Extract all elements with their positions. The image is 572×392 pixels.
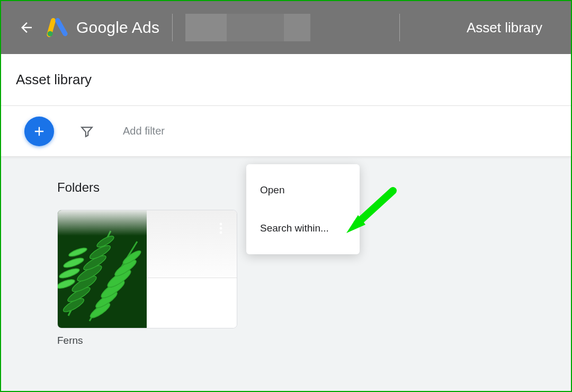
account-redacted [185, 14, 310, 41]
filter-input-placeholder[interactable]: Add filter [123, 125, 165, 137]
ads-logo-icon [47, 17, 68, 38]
arrow-left-icon [19, 20, 34, 35]
app-header: Google Ads Asset library [1, 1, 571, 54]
add-button[interactable] [24, 117, 54, 146]
product-name: Google Ads [76, 19, 159, 37]
product-name-light: Ads [128, 19, 159, 36]
folder-thumbnail [58, 210, 147, 328]
divider [172, 14, 173, 41]
product-name-bold: Google [76, 19, 128, 36]
tool-title: Asset library [467, 20, 555, 36]
menu-item-search-within[interactable]: Search within... [246, 216, 360, 240]
google-ads-logo [47, 17, 68, 38]
context-menu: Open Search within... [246, 164, 360, 254]
toolbar: Add filter [1, 106, 571, 157]
folder-card[interactable] [57, 210, 237, 328]
filter-icon [80, 124, 94, 138]
more-vert-icon [219, 222, 222, 234]
plus-icon [32, 124, 47, 139]
folder-name: Ferns [57, 335, 515, 346]
page-title: Asset library [16, 72, 92, 88]
menu-item-open[interactable]: Open [246, 178, 360, 202]
folder-more-button[interactable] [212, 220, 229, 237]
folder-right-panel [147, 210, 237, 328]
divider [399, 14, 400, 41]
page-subheader: Asset library [1, 54, 571, 106]
svg-point-21 [220, 231, 222, 234]
filter-button[interactable] [79, 124, 94, 139]
svg-point-19 [220, 223, 222, 226]
back-button[interactable] [17, 18, 36, 37]
svg-point-20 [220, 227, 222, 230]
svg-point-0 [48, 31, 53, 37]
